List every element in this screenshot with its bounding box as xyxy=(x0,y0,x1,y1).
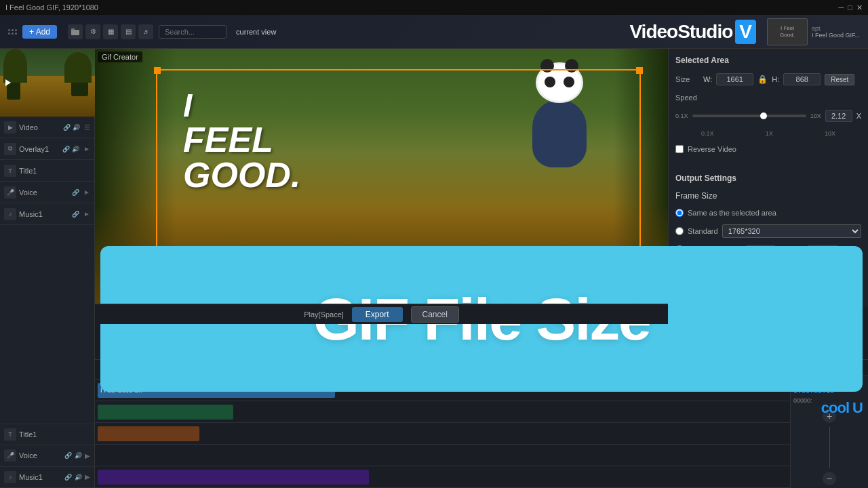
thumbnail-area: I FeelGood. apt. I Feel Good GIF... xyxy=(767,18,860,45)
title-track xyxy=(95,423,790,445)
timeline-tracks: I Feel Good GIF xyxy=(95,380,790,488)
export-button[interactable]: Export xyxy=(352,307,403,322)
thumbnail: I FeelGood. xyxy=(767,18,808,45)
gif-creator-label: Gif Creator xyxy=(98,52,142,62)
expand-voice[interactable]: ► xyxy=(83,188,90,196)
output-settings-title: Output Settings xyxy=(675,174,861,183)
overlay-track xyxy=(95,401,790,423)
media-preview xyxy=(0,49,95,117)
track-label-title: T Title1 xyxy=(0,160,94,182)
track-label-video: ▶ Video 🔗 🔊 ☰ xyxy=(0,117,94,138)
drag-handle[interactable] xyxy=(8,29,17,35)
music-track-icon: ♪ xyxy=(4,208,16,220)
tl-audio-icon-v: 🔊 xyxy=(75,452,82,459)
video-track-icon: ▶ xyxy=(4,121,16,134)
overlay-clip[interactable] xyxy=(98,405,233,420)
video-text-overlay: I FEEL GOOD. xyxy=(183,89,300,192)
cancel-button[interactable]: Cancel xyxy=(411,306,459,323)
close-btn[interactable]: ✕ xyxy=(856,3,863,12)
height-input[interactable] xyxy=(783,73,821,85)
standard-radio[interactable] xyxy=(675,227,684,235)
tl-title-label: T Title1 xyxy=(0,424,94,446)
main-header: + Add ⚙ ▦ ▤ ♬ current view VideoStudio V… xyxy=(0,15,868,49)
maximize-btn[interactable]: □ xyxy=(848,3,852,12)
expand-overlay[interactable]: ► xyxy=(83,145,90,152)
speed-marker-1: 0.1X xyxy=(701,130,714,137)
frame-size-title: Frame Size xyxy=(675,191,861,201)
tl-audio-icon-m: 🔊 xyxy=(75,474,82,481)
music-clip[interactable] xyxy=(98,470,369,485)
panda-body xyxy=(532,100,587,167)
voice-track-icon: 🎤 xyxy=(4,186,16,199)
tl-link-icon-v: 🔗 xyxy=(64,452,72,459)
window-controls: ─ □ ✕ xyxy=(839,3,863,12)
logo-v: V xyxy=(735,20,756,44)
tl-expand-v[interactable]: ▶ xyxy=(85,452,90,460)
toolbar-icons: ⚙ ▦ ▤ ♬ xyxy=(68,24,153,39)
search-input[interactable] xyxy=(159,25,226,39)
speed-marker-3: 10X xyxy=(825,130,835,137)
size-label: Size xyxy=(675,75,699,83)
header-left: + Add ⚙ ▦ ▤ ♬ current view xyxy=(8,24,629,39)
title-clip[interactable] xyxy=(98,426,199,441)
zoom-out-button[interactable]: − xyxy=(823,472,836,485)
text-i: I xyxy=(183,89,300,122)
folder-icon[interactable] xyxy=(68,24,83,39)
window-title: I Feel Good GIF, 1920*1080 xyxy=(5,3,98,12)
track-label-overlay: ⧉ Overlay1 🔗 🔊 ► xyxy=(0,138,94,160)
track-label-music: ♪ Music1 🔗 ► xyxy=(0,203,94,225)
text-feel: FEEL xyxy=(183,122,300,157)
play-label: Play[Space] xyxy=(304,310,344,319)
tl-voice-label: 🎤 Voice 🔗 🔊 ▶ xyxy=(0,445,94,467)
audio-icon-video: 🔊 xyxy=(73,124,80,131)
logo-text: VideoStudio xyxy=(629,21,732,43)
cool-u-text: cool U xyxy=(821,399,863,417)
track-label-voice: 🎤 Voice 🔗 ► xyxy=(0,182,94,203)
standard-select[interactable]: 1765*320 xyxy=(722,224,861,238)
same-as-selected-row: Same as the selected area xyxy=(675,209,861,217)
link-icon-overlay: 🔗 xyxy=(62,146,70,152)
speed-thumb[interactable] xyxy=(760,113,767,119)
speed-value-input[interactable] xyxy=(825,110,852,122)
top-bar: I Feel Good GIF, 1920*1080 ─ □ ✕ xyxy=(0,0,868,15)
speed-min: 0.1X xyxy=(675,113,688,119)
minimize-btn[interactable]: ─ xyxy=(839,3,844,12)
svg-rect-0 xyxy=(71,30,79,35)
tl-expand-m[interactable]: ▶ xyxy=(85,473,90,481)
add-button[interactable]: + Add xyxy=(22,25,57,39)
speed-marker-2: 1X xyxy=(766,130,773,137)
view-icon3[interactable]: ♬ xyxy=(138,24,153,39)
settings-icon[interactable]: ⚙ xyxy=(85,24,100,39)
speed-slider-row: 0.1X 10X X xyxy=(675,110,861,122)
panda-eye-left xyxy=(545,77,555,87)
text-good: GOOD. xyxy=(183,157,300,192)
zoom-track xyxy=(829,427,830,468)
link-icon: 🔗 xyxy=(63,124,71,131)
width-input[interactable] xyxy=(716,73,753,85)
current-tab[interactable]: current view xyxy=(236,28,276,36)
overlay-track-icon: ⧉ xyxy=(4,143,16,155)
expand-video[interactable]: ☰ xyxy=(84,123,90,131)
link-icon-voice: 🔗 xyxy=(72,189,79,196)
track-labels: ▶ Video 🔗 🔊 ☰ ⧉ Overlay1 🔗 🔊 ► T Title1 … xyxy=(0,117,94,225)
play-bar: Play[Space] Export Cancel xyxy=(95,304,668,324)
speed-label-row: Speed xyxy=(675,94,861,102)
same-as-selected-label: Same as the selected area xyxy=(688,209,776,217)
reverse-video-checkbox[interactable] xyxy=(675,145,684,153)
w-label: W: xyxy=(703,75,712,83)
reset-button[interactable]: Reset xyxy=(825,74,854,85)
lock-icon: 🔒 xyxy=(757,75,768,84)
speed-track[interactable] xyxy=(692,115,806,117)
link-icon-music: 🔗 xyxy=(72,211,79,218)
expand-music[interactable]: ► xyxy=(83,210,90,218)
speed-label: Speed xyxy=(675,94,699,102)
left-panel: ▶ Video 🔗 🔊 ☰ ⧉ Overlay1 🔗 🔊 ► T Title1 … xyxy=(0,49,95,420)
same-as-selected-radio[interactable] xyxy=(675,209,684,217)
title-track-icon: T xyxy=(4,165,16,177)
view-icon1[interactable]: ▦ xyxy=(103,24,118,39)
tl-music-label: ♪ Music1 🔗 🔊 ▶ xyxy=(0,467,94,489)
tl-music-icon: ♪ xyxy=(4,471,16,483)
panda-character xyxy=(519,62,600,198)
view-icon2[interactable]: ▤ xyxy=(121,24,136,39)
panda-eye-right xyxy=(564,77,574,87)
